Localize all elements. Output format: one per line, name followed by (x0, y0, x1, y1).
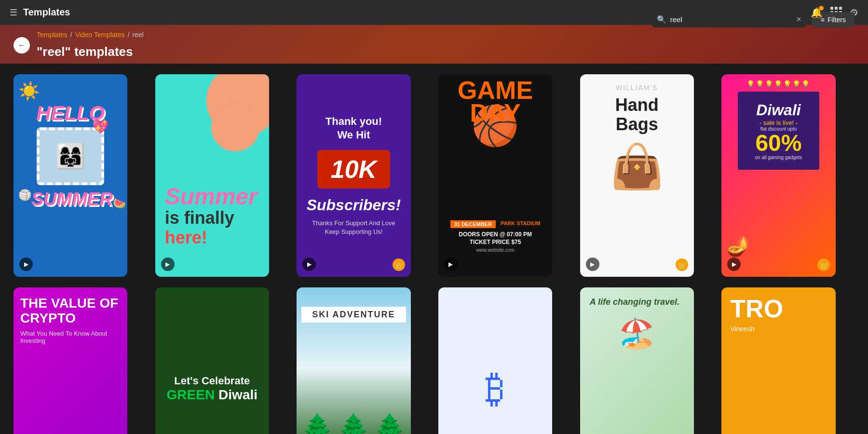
park-info: PARK STADIUM (501, 220, 541, 228)
doors-text: DOORS OPEN @ 07:00 PM (438, 231, 552, 238)
search-icon: 🔍 (657, 15, 666, 24)
date-park-row: 31 DECEMBER PARK STADIUM (438, 220, 552, 228)
play-button[interactable]: ▶ (727, 258, 741, 271)
discount-percent: 60% (746, 132, 812, 155)
breadcrumb-sep-2: / (128, 31, 130, 39)
ten-k-box: 10K (317, 150, 390, 189)
sale-live-text: - sale is live! - (746, 119, 812, 126)
search-bar[interactable]: 🔍 × (652, 12, 806, 27)
diya-emoji: 🪔 (726, 235, 750, 258)
menu-icon[interactable]: ☰ (10, 7, 17, 18)
app-title: Templates (23, 7, 70, 18)
here-text: here! (165, 228, 259, 248)
summer-label: Summer (165, 185, 259, 208)
back-button[interactable]: ← (14, 37, 30, 54)
lets-text: Let's Celebrate (174, 375, 250, 387)
travel-text: A life changing travel. (590, 297, 679, 307)
bottom-row: 🏐 SUMMER 🍉 (18, 189, 122, 210)
template-card-crypto[interactable]: THE VALUE OF CRYPTO What You Need To Kno… (14, 287, 127, 434)
template-card-diwali[interactable]: 💡💡💡💡💡💡💡 Diwali - sale is live! - flat di… (721, 74, 835, 277)
bitcoin-icon: ₿ (486, 366, 505, 411)
watermelon-emoji: 🍉 (113, 197, 126, 210)
notification-dot (819, 6, 824, 11)
trees-emoji: 🌲🌲🌲🌲 (297, 412, 410, 434)
summer-content: Summer is finally here! (165, 185, 259, 248)
vlog-title: TRO (730, 296, 783, 321)
breadcrumb-bar: ← Templates / Video Templates / reel "re… (0, 25, 868, 64)
photo-frame: 👩‍👩‍👧 (37, 127, 104, 185)
lights-decoration: 💡💡💡💡💡💡💡 (746, 80, 811, 88)
template-card-ski[interactable]: SKI ADVENTURE 🌲🌲🌲🌲 ▶ (297, 287, 410, 434)
breadcrumb-actions: 🔍 × ≡ Filters (652, 12, 854, 27)
clear-search-icon[interactable]: × (796, 14, 801, 25)
filters-label: Filters (827, 16, 846, 24)
green-label: GREEN (167, 387, 215, 403)
breadcrumb-left-col: Templates / Video Templates / reel "reel… (37, 31, 144, 59)
breadcrumb-current: reel (133, 31, 144, 39)
template-card-hello-summer[interactable]: ☀️ HELLO 👩‍👩‍👧 💖 🏐 SUMMER 🍉 ▶ (14, 74, 127, 277)
template-card-summer-here[interactable]: Summer is finally here! ▶ (155, 74, 269, 277)
date-badge: 31 DECEMBER (450, 220, 496, 228)
ski-label: SKI ADVENTURE (301, 307, 406, 323)
template-card-green-diwali[interactable]: Let's Celebrate GREEN Diwali ▶ (155, 287, 269, 434)
green-diwali-row: GREEN Diwali (167, 387, 258, 403)
play-button[interactable]: ▶ (161, 258, 175, 271)
crown-badge: 👑 (817, 258, 830, 271)
support-text: Thanks For Support And Love Keep Support… (304, 219, 403, 236)
search-input[interactable] (670, 15, 792, 24)
play-button[interactable]: ▶ (586, 258, 599, 271)
diwali-title: Diwali (746, 101, 812, 119)
bag-emoji: 👜 (610, 141, 664, 192)
game-day-title: GAMEDAY (442, 79, 548, 124)
template-card-bitcoin[interactable]: ₿ ▶ (438, 287, 552, 434)
heart-emoji: 💖 (92, 119, 109, 135)
breadcrumb-row: ← Templates / Video Templates / reel "re… (14, 31, 854, 59)
blob2 (211, 103, 259, 151)
template-card-travel[interactable]: A life changing travel. 🏖️ ▶ (580, 287, 694, 434)
crypto-title: THE VALUE OF CRYPTO (20, 296, 121, 326)
play-button[interactable]: ▶ (302, 258, 316, 271)
website-text: www.website.com (438, 247, 552, 253)
subscribers-text: Subscribers! (307, 196, 401, 214)
ticket-text: TICKET PRICE $75 (438, 239, 552, 245)
play-button[interactable]: ▶ (19, 258, 33, 271)
templates-grid-row1: ☀️ HELLO 👩‍👩‍👧 💖 🏐 SUMMER 🍉 ▶ Summer is … (0, 64, 868, 287)
breadcrumb: Templates / Video Templates / reel (37, 31, 144, 39)
handbags-title: HandBags (615, 95, 659, 134)
ball-emoji: 🏐 (18, 189, 31, 202)
brand-label: WILLIAM'S (616, 84, 658, 92)
travel-emoji: 🏖️ (580, 316, 694, 351)
vlog-subtitle: Vineesh (730, 325, 754, 333)
gaming-text: on all gaming gadgets (746, 155, 812, 160)
notification-badge[interactable]: 🔔 (811, 7, 823, 18)
breadcrumb-link-templates[interactable]: Templates (37, 31, 68, 39)
crypto-subtitle: What You Need To Know About Investing (20, 330, 121, 344)
template-card-handbags[interactable]: WILLIAM'S HandBags 👜 ▶ 👑 (580, 74, 694, 277)
templates-grid-row2: THE VALUE OF CRYPTO What You Need To Kno… (0, 287, 868, 434)
diwali-label: Diwali (218, 387, 258, 403)
is-finally-text: is finally (165, 208, 259, 228)
photo-area: 👩‍👩‍👧 💖 (37, 123, 104, 189)
breadcrumb-sep-1: / (70, 31, 72, 39)
play-button[interactable]: ▶ (444, 258, 458, 271)
crown-badge: 👑 (393, 258, 405, 271)
breadcrumb-left: ← Templates / Video Templates / reel "re… (14, 31, 144, 59)
ten-k-number: 10K (331, 155, 377, 184)
game-info: 31 DECEMBER PARK STADIUM DOORS OPEN @ 07… (438, 220, 552, 253)
crown-badge: 👑 (676, 258, 688, 271)
top-bar-left: ☰ Templates (10, 7, 70, 18)
breadcrumb-link-video-templates[interactable]: Video Templates (75, 31, 125, 39)
template-card-game-day[interactable]: GAMEDAY 🏀 31 DECEMBER PARK STADIUM DOORS… (438, 74, 552, 277)
page-heading: "reel" templates (37, 44, 144, 59)
diwali-box: Diwali - sale is live! - flat discount u… (738, 92, 820, 170)
people-emoji: 👩‍👩‍👧 (55, 142, 85, 170)
thankyou-text: Thank you!We Hit (326, 115, 382, 142)
template-card-vlog[interactable]: TRO Vineesh ▶ (721, 287, 835, 434)
template-card-10k[interactable]: Thank you!We Hit 10K Subscribers! Thanks… (297, 74, 410, 277)
sun-emoji: ☀️ (18, 81, 40, 101)
summer-text: SUMMER (31, 189, 113, 210)
